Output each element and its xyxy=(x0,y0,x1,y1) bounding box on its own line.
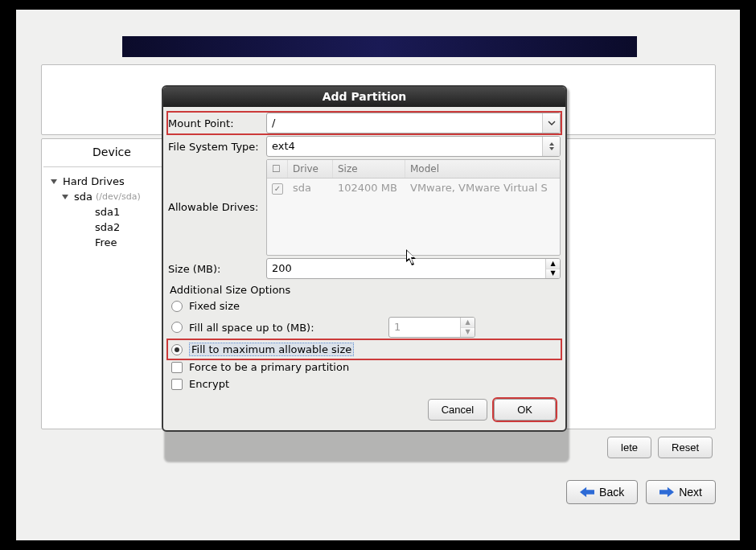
drives-header-drive: Drive xyxy=(288,160,333,178)
tree-devpath: (/dev/sda) xyxy=(96,191,141,202)
drives-header-chk: ☐ xyxy=(267,160,288,178)
force-primary-option[interactable]: Force to be a primary partition xyxy=(168,359,561,376)
allowable-drives-label: Allowable Drives: xyxy=(168,159,266,213)
drive-size: 102400 MB xyxy=(333,179,405,198)
drive-checkbox-icon: ✓ xyxy=(272,183,283,195)
next-button[interactable]: Next xyxy=(646,480,716,504)
encrypt-option[interactable]: Encrypt xyxy=(168,376,561,392)
mount-point-value: / xyxy=(267,113,542,133)
svg-marker-5 xyxy=(549,147,554,150)
drives-row[interactable]: ✓ sda 102400 MB VMware, VMware Virtual S xyxy=(267,179,560,198)
mount-point-combo[interactable]: / xyxy=(266,113,561,133)
fill-up-to-value: 1 xyxy=(389,318,460,337)
fs-type-row: File System Type: ext4 xyxy=(168,136,561,157)
fill-up-to-spinbox: 1 ▲ ▼ xyxy=(388,317,475,338)
device-column-header: Device xyxy=(43,139,180,167)
size-value: 200 xyxy=(267,259,545,278)
checkbox-icon xyxy=(171,362,183,373)
size-label: Size (MB): xyxy=(168,263,266,275)
encrypt-label: Encrypt xyxy=(189,378,229,390)
tree-label: sda2 xyxy=(95,221,120,233)
allowable-drives-list[interactable]: ☐ Drive Size Model ✓ sda 102400 MB VMwar… xyxy=(266,159,561,256)
fixed-size-label: Fixed size xyxy=(189,300,240,312)
spin-up-icon[interactable]: ▲ xyxy=(546,259,560,269)
size-row: Size (MB): 200 ▲ ▼ xyxy=(168,258,561,279)
size-spinbox[interactable]: 200 ▲ ▼ xyxy=(266,258,561,279)
expand-icon xyxy=(48,176,60,187)
back-button[interactable]: Back xyxy=(566,480,638,504)
fill-max-label: Fill to maximum allowable size xyxy=(189,343,354,356)
fixed-size-option[interactable]: Fixed size xyxy=(168,298,561,314)
expand-icon xyxy=(60,191,71,203)
drive-model: VMware, VMware Virtual S xyxy=(405,179,560,198)
radio-icon xyxy=(171,322,183,333)
next-label: Next xyxy=(679,486,702,499)
tree-label: Free xyxy=(95,236,117,248)
allowable-drives-row: Allowable Drives: ☐ Drive Size Model ✓ s… xyxy=(168,159,561,256)
fill-up-to-label: Fill all space up to (MB): xyxy=(189,322,382,334)
reset-button[interactable]: Reset xyxy=(658,437,713,458)
spin-down-icon: ▼ xyxy=(461,328,475,338)
drive-name: sda xyxy=(288,179,333,198)
drives-header-model: Model xyxy=(405,160,560,178)
banner xyxy=(122,36,637,57)
svg-marker-4 xyxy=(549,142,554,146)
fill-up-to-option[interactable]: Fill all space up to (MB): 1 ▲ ▼ xyxy=(168,314,561,340)
tree-label: Hard Drives xyxy=(63,175,125,187)
svg-marker-1 xyxy=(62,195,68,199)
drives-header: ☐ Drive Size Model xyxy=(267,160,560,179)
tree-label: sda1 xyxy=(95,206,120,218)
spin-up-icon: ▲ xyxy=(461,318,475,328)
fs-type-combo[interactable]: ext4 xyxy=(266,136,561,157)
svg-marker-2 xyxy=(580,487,594,498)
arrow-right-icon xyxy=(659,486,674,498)
radio-icon xyxy=(171,301,183,312)
dialog-title: Add Partition xyxy=(163,87,565,107)
force-primary-label: Force to be a primary partition xyxy=(189,361,349,373)
add-partition-dialog: Add Partition Mount Point: / File System… xyxy=(162,85,567,432)
svg-marker-3 xyxy=(659,487,674,498)
drives-header-size: Size xyxy=(333,160,405,178)
arrow-left-icon xyxy=(580,486,594,498)
fill-max-option[interactable]: Fill to maximum allowable size xyxy=(168,340,561,359)
nav-bar: Back Next xyxy=(41,476,716,508)
checkbox-icon xyxy=(171,379,183,390)
additional-options-label: Additional Size Options xyxy=(170,284,561,296)
radio-icon xyxy=(171,344,183,355)
back-label: Back xyxy=(599,486,624,499)
ok-button[interactable]: OK xyxy=(494,399,556,421)
tree-label: sda xyxy=(74,191,92,203)
delete-button[interactable]: lete xyxy=(607,437,651,458)
cancel-button[interactable]: Cancel xyxy=(428,399,487,421)
chevron-down-icon xyxy=(542,113,560,133)
spin-down-icon[interactable]: ▼ xyxy=(546,269,560,279)
mount-point-row: Mount Point: / xyxy=(168,113,561,133)
fs-type-label: File System Type: xyxy=(168,141,266,153)
svg-marker-0 xyxy=(51,179,57,184)
updown-icon xyxy=(542,137,560,156)
mount-point-label: Mount Point: xyxy=(168,117,266,129)
fs-type-value: ext4 xyxy=(267,137,542,156)
